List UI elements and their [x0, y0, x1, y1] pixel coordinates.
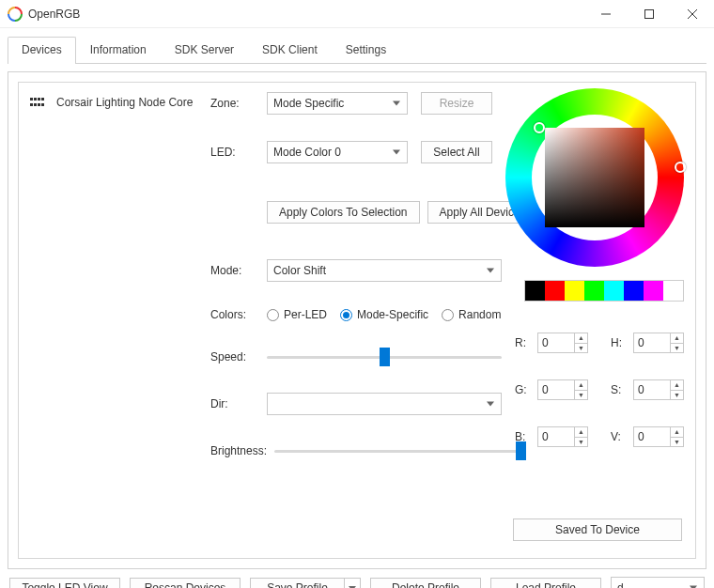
speed-slider[interactable] [267, 346, 502, 368]
v-label: V: [611, 430, 628, 443]
resize-button[interactable]: Resize [421, 92, 492, 115]
swatch-cyan[interactable] [604, 281, 624, 301]
swatch-red[interactable] [545, 281, 565, 301]
tab-information[interactable]: Information [76, 37, 161, 64]
mode-select[interactable]: Color Shift [267, 259, 502, 282]
tab-row: Devices Information SDK Server SDK Clien… [8, 36, 706, 64]
swatch-white[interactable] [663, 281, 683, 301]
brightness-slider[interactable] [274, 440, 526, 462]
colors-label: Colors: [210, 308, 267, 321]
radio-per-led[interactable]: Per-LED [267, 308, 327, 321]
s-input[interactable]: ▲▼ [633, 379, 684, 400]
led-strip-icon [30, 98, 47, 107]
r-label: R: [515, 336, 532, 349]
zone-label: Zone: [210, 97, 267, 110]
dir-label: Dir: [210, 397, 267, 410]
save-profile-split: Save Profile [250, 578, 361, 589]
swatch-black[interactable] [525, 281, 545, 301]
r-input[interactable]: ▲▼ [537, 333, 588, 353]
svg-rect-2 [645, 9, 654, 18]
save-profile-button[interactable]: Save Profile [250, 578, 344, 589]
brightness-label: Brightness: [210, 444, 274, 457]
led-label: LED: [210, 146, 267, 159]
controls-panel: Zone: Mode Specific Resize LED: Mode Col… [207, 83, 695, 558]
swatch-yellow[interactable] [565, 281, 584, 301]
swatch-blue[interactable] [624, 281, 644, 301]
device-list: Corsair Lighting Node Core [19, 83, 207, 558]
apply-selection-button[interactable]: Apply Colors To Selection [267, 201, 420, 224]
tab-sdk-client[interactable]: SDK Client [248, 37, 332, 64]
radio-mode-specific[interactable]: Mode-Specific [340, 308, 428, 321]
tab-sdk-server[interactable]: SDK Server [161, 37, 248, 64]
saved-to-device-button[interactable]: Saved To Device [513, 518, 682, 541]
tab-devices[interactable]: Devices [8, 37, 76, 64]
tab-settings[interactable]: Settings [332, 37, 400, 64]
select-all-button[interactable]: Select All [421, 141, 492, 163]
load-profile-button[interactable]: Load Profile [490, 578, 601, 589]
radio-random[interactable]: Random [442, 308, 501, 321]
hue-handle-2[interactable] [675, 162, 686, 173]
b-input[interactable]: ▲▼ [537, 426, 588, 447]
sv-box[interactable] [545, 128, 644, 227]
minimize-button[interactable] [584, 0, 628, 28]
maximize-button[interactable] [628, 0, 671, 28]
swatch-magenta[interactable] [644, 281, 663, 301]
bottom-bar: Toggle LED View Rescan Devices Save Prof… [0, 577, 714, 588]
led-select[interactable]: Mode Color 0 [267, 141, 408, 163]
profile-select[interactable]: d [611, 577, 705, 588]
inner-frame: Corsair Lighting Node Core Zone: Mode Sp… [18, 82, 696, 559]
g-input[interactable]: ▲▼ [537, 379, 588, 400]
delete-profile-button[interactable]: Delete Profile [370, 578, 481, 589]
toggle-led-view-button[interactable]: Toggle LED View [9, 578, 120, 589]
h-label: H: [611, 336, 628, 349]
rescan-devices-button[interactable]: Rescan Devices [130, 578, 241, 589]
swatch-green[interactable] [584, 281, 604, 301]
mode-label: Mode: [210, 264, 267, 277]
dir-select[interactable] [267, 393, 502, 415]
hue-handle[interactable] [534, 122, 545, 133]
color-swatches [524, 280, 684, 302]
speed-label: Speed: [210, 350, 267, 364]
g-label: G: [515, 383, 532, 396]
device-name: Corsair Lighting Node Core [56, 96, 193, 109]
title-bar: OpenRGB [0, 0, 714, 28]
v-input[interactable]: ▲▼ [633, 426, 684, 447]
main-frame: Corsair Lighting Node Core Zone: Mode Sp… [8, 71, 706, 569]
s-label: S: [611, 383, 628, 396]
app-icon [8, 7, 23, 22]
h-input[interactable]: ▲▼ [633, 333, 684, 353]
b-label: B: [515, 430, 532, 443]
window-title: OpenRGB [28, 8, 584, 21]
save-profile-dropdown[interactable] [344, 578, 361, 589]
close-button[interactable] [671, 0, 714, 28]
color-wheel[interactable] [505, 88, 684, 267]
device-item[interactable]: Corsair Lighting Node Core [26, 92, 199, 113]
zone-select[interactable]: Mode Specific [267, 92, 408, 115]
